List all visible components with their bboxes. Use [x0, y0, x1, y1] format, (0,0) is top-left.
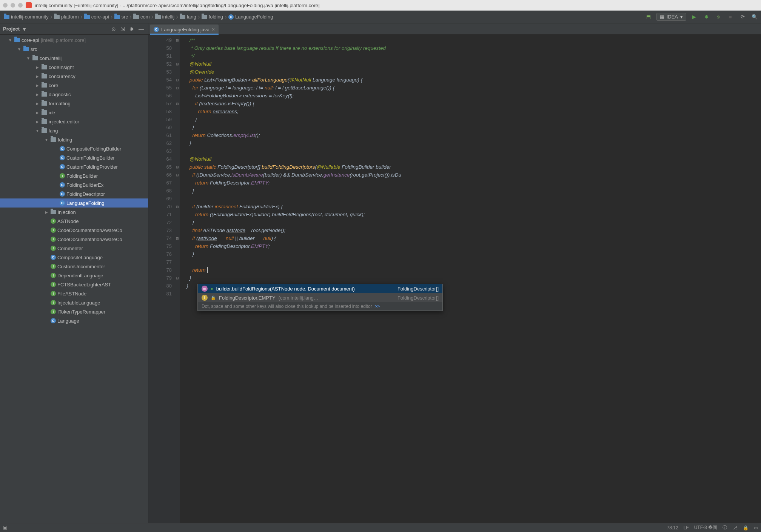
- code-line[interactable]: return FoldingDescriptor.EMPTY;: [184, 179, 761, 187]
- tree-item[interactable]: I Commenter: [0, 244, 148, 253]
- locate-icon[interactable]: ⊙: [110, 26, 117, 32]
- tree-arrow-icon[interactable]: [35, 74, 40, 78]
- minimize-window-icon[interactable]: [11, 3, 15, 8]
- tree-arrow-icon[interactable]: [35, 83, 40, 88]
- line-separator[interactable]: LF: [684, 525, 689, 530]
- memory-indicator-icon[interactable]: ▭: [754, 525, 758, 530]
- run-with-coverage-icon[interactable]: ⎋: [714, 13, 722, 21]
- code-line[interactable]: return extensions;: [184, 108, 761, 115]
- code-area[interactable]: /** * Only queries base language results…: [180, 35, 761, 523]
- project-tree[interactable]: core-api [intellij.platform.core] src co…: [0, 35, 148, 326]
- close-tab-icon[interactable]: ×: [212, 26, 215, 32]
- tree-item[interactable]: lang: [0, 126, 148, 135]
- tree-item[interactable]: C FoldingDescriptor: [0, 189, 148, 198]
- popup-more-link[interactable]: >>: [374, 304, 380, 309]
- tool-windows-icon[interactable]: ▣: [3, 525, 9, 531]
- code-line[interactable]: public List<FoldingBuilder> allForLangua…: [184, 76, 761, 84]
- tree-item[interactable]: I CustomUncommenter: [0, 262, 148, 271]
- build-icon[interactable]: ⬒: [644, 13, 653, 21]
- tree-item[interactable]: I DependentLanguage: [0, 271, 148, 280]
- code-line[interactable]: @NotNull: [184, 60, 761, 68]
- tree-arrow-icon[interactable]: [17, 47, 22, 51]
- file-encoding[interactable]: UTF-8 �同: [694, 524, 717, 531]
- lock-icon[interactable]: 🔒: [743, 525, 749, 530]
- code-line[interactable]: * Only queries base language results if …: [184, 44, 761, 52]
- tree-item[interactable]: I CodeDocumentationAwareCo: [0, 235, 148, 244]
- code-line[interactable]: return FoldingDescriptor.EMPTY;: [184, 242, 761, 250]
- code-line[interactable]: if (!extensions.isEmpty()) {: [184, 100, 761, 108]
- tree-item[interactable]: I CodeDocumentationAwareCo: [0, 226, 148, 235]
- breadcrumb-item[interactable]: core-api: [83, 13, 111, 20]
- tree-arrow-icon[interactable]: [8, 38, 13, 42]
- completion-popup[interactable]: m●builder.buildFoldRegions(ASTNode node,…: [197, 284, 443, 311]
- code-line[interactable]: */: [184, 52, 761, 60]
- tree-item[interactable]: C FoldingBuilderEx: [0, 180, 148, 189]
- breadcrumb[interactable]: intellij-community›platform›core-api›src…: [2, 13, 644, 21]
- tree-item[interactable]: ide: [0, 108, 148, 117]
- tree-item[interactable]: C LanguageFolding: [0, 198, 148, 208]
- code-line[interactable]: return Collections.emptyList();: [184, 131, 761, 139]
- code-line[interactable]: }: [184, 123, 761, 131]
- tree-arrow-icon[interactable]: [44, 210, 49, 214]
- tree-item[interactable]: diagnostic: [0, 90, 148, 99]
- code-line[interactable]: /**: [184, 36, 761, 44]
- code-line[interactable]: }: [184, 187, 761, 195]
- tree-arrow-icon[interactable]: [35, 101, 40, 106]
- context-icon[interactable]: ⓘ: [722, 524, 727, 531]
- code-line[interactable]: return: [184, 266, 761, 274]
- git-icon[interactable]: ⎇: [732, 525, 738, 530]
- gutter[interactable]: 4950515253545556575859606162636465666768…: [148, 35, 175, 523]
- tree-item[interactable]: C Language: [0, 316, 148, 325]
- breadcrumb-item[interactable]: src: [113, 13, 129, 20]
- tree-arrow-icon[interactable]: [26, 56, 31, 60]
- code-line[interactable]: if (astNode == null || builder == null) …: [184, 234, 761, 242]
- tree-item[interactable]: C CompositeFoldingBuilder: [0, 144, 148, 153]
- code-line[interactable]: }: [184, 250, 761, 258]
- tree-item[interactable]: I ITokenTypeRemapper: [0, 307, 148, 316]
- breadcrumb-item[interactable]: intellij: [154, 13, 176, 20]
- window-controls[interactable]: [3, 3, 23, 8]
- code-line[interactable]: }: [184, 139, 761, 147]
- tree-item[interactable]: injection: [0, 208, 148, 217]
- code-line[interactable]: [184, 147, 761, 155]
- close-window-icon[interactable]: [3, 3, 8, 8]
- code-line[interactable]: if (builder instanceof FoldingBuilderEx)…: [184, 203, 761, 211]
- breadcrumb-item[interactable]: platform: [52, 13, 80, 20]
- debug-icon[interactable]: ✱: [702, 13, 710, 21]
- update-icon[interactable]: ⟳: [738, 13, 747, 21]
- search-everywhere-icon[interactable]: 🔍: [750, 13, 759, 21]
- caret-position[interactable]: 78:12: [667, 525, 678, 530]
- breadcrumb-item[interactable]: CLanguageFolding: [227, 13, 274, 20]
- tree-item[interactable]: concurrency: [0, 72, 148, 81]
- code-line[interactable]: [184, 195, 761, 203]
- hide-panel-icon[interactable]: —: [137, 26, 145, 32]
- code-line[interactable]: if (!DumbService.isDumbAware(builder) &&…: [184, 171, 761, 179]
- code-line[interactable]: public static FoldingDescriptor[] buildF…: [184, 163, 761, 171]
- tree-arrow-icon[interactable]: [35, 92, 40, 97]
- tree-item[interactable]: codeInsight: [0, 63, 148, 72]
- breadcrumb-item[interactable]: lang: [178, 13, 198, 20]
- code-line[interactable]: }: [184, 218, 761, 226]
- tree-item[interactable]: core: [0, 81, 148, 90]
- code-line[interactable]: }: [184, 274, 761, 282]
- code-line[interactable]: for (Language l = language; l != null; l…: [184, 84, 761, 92]
- breadcrumb-item[interactable]: folding: [200, 13, 225, 20]
- tree-item[interactable]: C CustomFoldingProvider: [0, 162, 148, 171]
- completion-item[interactable]: f🔒FoldingDescriptor.EMPTY (com.intellij.…: [198, 293, 442, 302]
- tree-item[interactable]: I FileASTNode: [0, 289, 148, 298]
- tree-arrow-icon[interactable]: [44, 138, 49, 142]
- tree-arrow-icon[interactable]: [35, 111, 40, 115]
- code-line[interactable]: final ASTNode astNode = root.getNode();: [184, 226, 761, 234]
- maximize-window-icon[interactable]: [18, 3, 23, 8]
- fold-column[interactable]: ⊟⊟⊟⊟⊟⊟⊟⊟⊟⊟: [175, 35, 180, 523]
- tree-item[interactable]: com.intellij: [0, 54, 148, 63]
- editor-tab[interactable]: C LanguageFolding.java ×: [150, 25, 219, 34]
- view-mode-dropdown-icon[interactable]: ▾: [22, 26, 27, 32]
- code-line[interactable]: List<FoldingBuilder> extensions = forKey…: [184, 92, 761, 100]
- run-icon[interactable]: ▶: [690, 13, 698, 21]
- tree-item[interactable]: formatting: [0, 99, 148, 108]
- tree-item[interactable]: src: [0, 45, 148, 54]
- project-sidebar[interactable]: Project ▾ ⊙ ⇲ ✸ — core-api [intellij.pla…: [0, 23, 148, 523]
- tree-item[interactable]: injected.editor: [0, 117, 148, 126]
- code-line[interactable]: @Override: [184, 68, 761, 76]
